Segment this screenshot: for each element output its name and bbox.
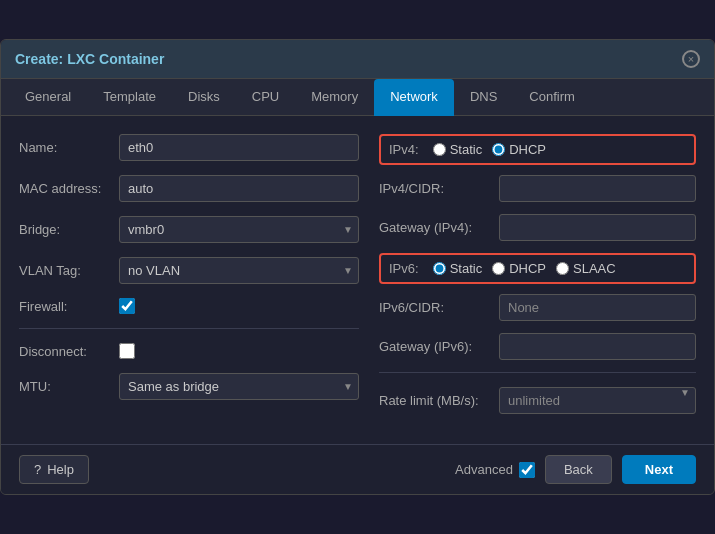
create-lxc-dialog: Create: LXC Container × General Template… (0, 39, 715, 495)
ipv6-slaac-option[interactable]: SLAAC (556, 261, 616, 276)
ipv6-label: IPv6: (389, 261, 419, 276)
mac-row: MAC address: (19, 175, 359, 202)
tab-cpu[interactable]: CPU (236, 79, 295, 116)
ipv6-box: IPv6: Static DHCP SLAAC (379, 253, 696, 284)
ipv4-static-option[interactable]: Static (433, 142, 483, 157)
tab-disks[interactable]: Disks (172, 79, 236, 116)
mac-input[interactable] (119, 175, 359, 202)
help-icon: ? (34, 462, 41, 477)
bridge-select-wrapper: vmbr0 ▼ (119, 216, 359, 243)
ipv6-static-option[interactable]: Static (433, 261, 483, 276)
disconnect-label: Disconnect: (19, 344, 119, 359)
tab-dns[interactable]: DNS (454, 79, 513, 116)
mtu-label: MTU: (19, 379, 119, 394)
ipv6-static-radio[interactable] (433, 262, 446, 275)
ipv4-dhcp-label: DHCP (509, 142, 546, 157)
ipv6-slaac-radio[interactable] (556, 262, 569, 275)
gateway-ipv4-label: Gateway (IPv4): (379, 220, 499, 235)
gateway-ipv6-label: Gateway (IPv6): (379, 339, 499, 354)
gateway-ipv4-input[interactable] (499, 214, 696, 241)
disconnect-checkbox[interactable] (119, 343, 135, 359)
firewall-label: Firewall: (19, 299, 119, 314)
firewall-row: Firewall: (19, 298, 359, 314)
content-area: Name: MAC address: Bridge: vmbr0 ▼ VLAN … (1, 116, 714, 444)
left-divider (19, 328, 359, 329)
ipv4-label: IPv4: (389, 142, 419, 157)
close-button[interactable]: × (682, 50, 700, 68)
tab-template[interactable]: Template (87, 79, 172, 116)
mtu-select[interactable]: Same as bridge (119, 373, 359, 400)
gateway-ipv4-row: Gateway (IPv4): (379, 214, 696, 241)
mtu-row: MTU: Same as bridge ▼ (19, 373, 359, 400)
help-label: Help (47, 462, 74, 477)
ipv6-dhcp-label: DHCP (509, 261, 546, 276)
right-column: IPv4: Static DHCP IPv4/CIDR: (379, 134, 696, 426)
ipv4-static-radio[interactable] (433, 143, 446, 156)
name-row: Name: (19, 134, 359, 161)
name-label: Name: (19, 140, 119, 155)
ipv4-static-label: Static (450, 142, 483, 157)
advanced-label: Advanced (455, 462, 513, 477)
bridge-row: Bridge: vmbr0 ▼ (19, 216, 359, 243)
tab-bar: General Template Disks CPU Memory Networ… (1, 79, 714, 116)
disconnect-row: Disconnect: (19, 343, 359, 359)
left-column: Name: MAC address: Bridge: vmbr0 ▼ VLAN … (19, 134, 359, 426)
ipv4-box: IPv4: Static DHCP (379, 134, 696, 165)
ipv4-cidr-input[interactable] (499, 175, 696, 202)
ipv6-dhcp-option[interactable]: DHCP (492, 261, 546, 276)
firewall-checkbox[interactable] (119, 298, 135, 314)
vlan-label: VLAN Tag: (19, 263, 119, 278)
ipv4-cidr-label: IPv4/CIDR: (379, 181, 499, 196)
advanced-checkbox[interactable] (519, 462, 535, 478)
rate-select-wrapper: unlimited ▼ (499, 387, 696, 414)
dialog-title: Create: LXC Container (15, 51, 164, 67)
right-divider (379, 372, 696, 373)
ipv4-radio-group: Static DHCP (433, 142, 546, 157)
tab-memory[interactable]: Memory (295, 79, 374, 116)
ipv4-dhcp-radio[interactable] (492, 143, 505, 156)
bridge-select[interactable]: vmbr0 (119, 216, 359, 243)
ipv6-cidr-value: None (499, 294, 696, 321)
rate-limit-row: Rate limit (MB/s): unlimited ▼ (379, 387, 696, 414)
ipv6-cidr-label: IPv6/CIDR: (379, 300, 499, 315)
vlan-select[interactable]: no VLAN (119, 257, 359, 284)
mtu-select-wrapper: Same as bridge ▼ (119, 373, 359, 400)
ipv6-slaac-label: SLAAC (573, 261, 616, 276)
vlan-row: VLAN Tag: no VLAN ▼ (19, 257, 359, 284)
gateway-ipv6-row: Gateway (IPv6): (379, 333, 696, 360)
ipv6-static-label: Static (450, 261, 483, 276)
tab-network[interactable]: Network (374, 79, 454, 116)
tab-confirm[interactable]: Confirm (513, 79, 591, 116)
title-bar: Create: LXC Container × (1, 40, 714, 79)
ipv6-cidr-row: IPv6/CIDR: None (379, 294, 696, 321)
gateway-ipv6-input[interactable] (499, 333, 696, 360)
ipv6-dhcp-radio[interactable] (492, 262, 505, 275)
advanced-area: Advanced (455, 462, 535, 478)
rate-select[interactable]: unlimited (499, 387, 696, 414)
tab-general[interactable]: General (9, 79, 87, 116)
bridge-label: Bridge: (19, 222, 119, 237)
footer: ? Help Advanced Back Next (1, 444, 714, 494)
ipv4-dhcp-option[interactable]: DHCP (492, 142, 546, 157)
back-button[interactable]: Back (545, 455, 612, 484)
mac-label: MAC address: (19, 181, 119, 196)
footer-left: ? Help (19, 455, 89, 484)
rate-label: Rate limit (MB/s): (379, 393, 499, 408)
vlan-select-wrapper: no VLAN ▼ (119, 257, 359, 284)
ipv4-cidr-row: IPv4/CIDR: (379, 175, 696, 202)
help-button[interactable]: ? Help (19, 455, 89, 484)
next-button[interactable]: Next (622, 455, 696, 484)
name-input[interactable] (119, 134, 359, 161)
ipv6-radio-group: Static DHCP SLAAC (433, 261, 616, 276)
